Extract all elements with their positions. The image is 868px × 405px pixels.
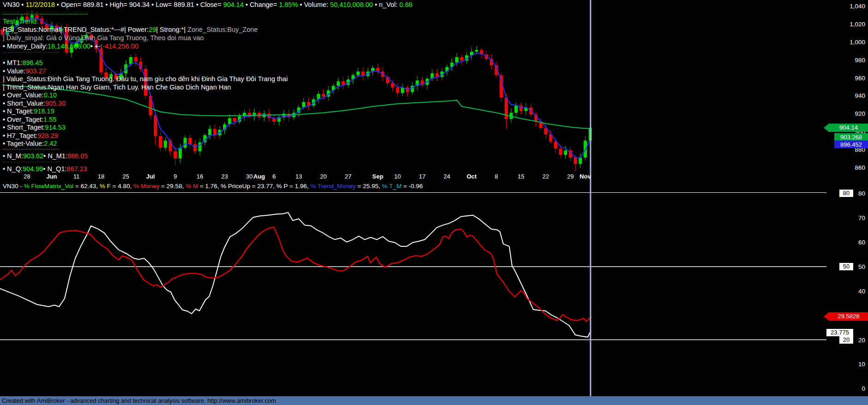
x-tick-label: 20 (320, 173, 326, 180)
status-bar-text: Created with AmiBroker - advanced charti… (2, 397, 276, 404)
value-tag: 896.452 (834, 141, 868, 149)
x-tick-label: 27 (345, 173, 351, 180)
x-tick-label: 10 (394, 173, 401, 180)
x-tick-label: Sep (372, 173, 383, 180)
y-tick-label: 60 (858, 239, 865, 246)
x-tick-label: Jun (46, 173, 57, 180)
y-tick-label: 1,040 (850, 3, 865, 10)
x-tick-label: 16 (197, 173, 203, 180)
x-tick-label: 11 (73, 173, 80, 180)
level-box: 80 (839, 190, 853, 197)
x-tick-label: Aug (253, 173, 265, 180)
y-tick-label: 980 (855, 56, 865, 63)
x-tick-label: 30 (246, 173, 253, 180)
x-tick-label: 29 (567, 173, 573, 180)
level-box: 50 (839, 263, 853, 270)
y-tick-label: 920 (855, 110, 865, 117)
osc-white-line (0, 213, 591, 337)
x-tick-label: Jul (146, 173, 155, 180)
y-tick-label: 40 (858, 287, 865, 294)
x-tick-label: 8 (494, 173, 498, 180)
cursor-line (590, 0, 591, 396)
value-tag: 903.268 (834, 133, 868, 141)
x-tick-label: Nov (579, 173, 591, 180)
x-tick-label: 28 (24, 173, 30, 180)
flowmatrix-header: VN30 - % FlowMatrix_Vol = 62.43, % F = 4… (3, 183, 423, 190)
y-tick-label: 1,020 (850, 20, 865, 27)
chart-canvas[interactable] (0, 0, 868, 396)
candles (1, 11, 592, 178)
y-tick-label: 20 (858, 336, 865, 343)
x-tick-label: 6 (272, 173, 276, 180)
status-bar: Created with AmiBroker - advanced charti… (0, 396, 868, 405)
y-tick-label: 0 (862, 385, 865, 392)
amibroker-window: VN30 • 11/2/2018 • Open= 889.81 • High= … (0, 0, 868, 405)
y-tick-label: 10 (858, 361, 865, 368)
y-tick-label: 860 (855, 164, 865, 171)
x-tick-label: 13 (295, 173, 302, 180)
x-tick-label: 17 (419, 173, 425, 180)
x-tick-label: 18 (98, 173, 104, 180)
x-tick-label: 9 (174, 173, 177, 180)
x-tick-label: 23 (221, 173, 228, 180)
y-tick-label: 80 (858, 190, 865, 197)
y-tick-label: 1,000 (850, 38, 865, 45)
x-tick-label: 22 (542, 173, 549, 180)
x-tick-label: 24 (444, 173, 450, 180)
y-tick-label: 50 (858, 263, 865, 270)
x-tick-label: Oct (467, 173, 477, 180)
value-tag: 29.5826 (824, 312, 868, 321)
x-tick-label: 15 (518, 173, 524, 180)
level-box: 20 (839, 336, 853, 344)
level-box: 23.775 (826, 329, 853, 336)
y-tick-label: 960 (855, 74, 865, 81)
value-tag: 904.14 (824, 124, 868, 132)
x-axis-labels: 28Jun111825Jul9162330Aug6132027Sep101724… (0, 173, 826, 181)
y-tick-label: 940 (855, 92, 865, 99)
y-tick-label: 70 (858, 214, 865, 221)
x-tick-label: 25 (122, 173, 129, 180)
